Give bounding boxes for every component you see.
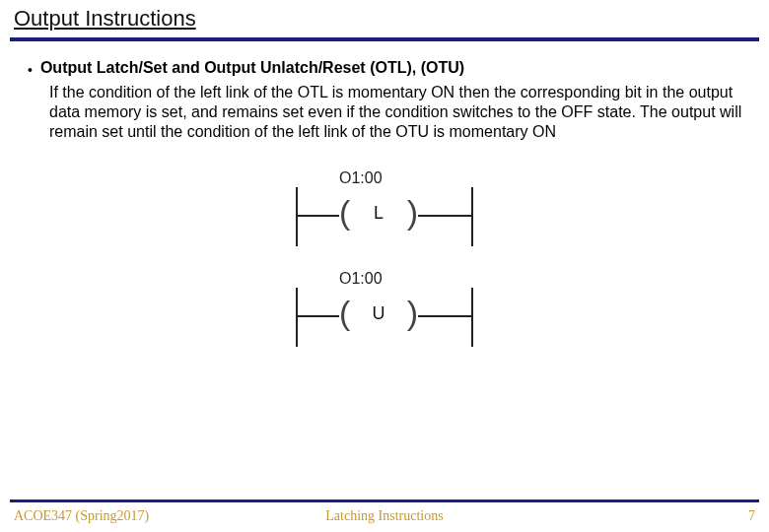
rung-wire-icon	[418, 315, 471, 317]
rail-right-icon	[471, 288, 473, 347]
ladder-diagram-otl: O1:00 ( ) L	[296, 169, 473, 246]
coil-letter: L	[339, 203, 418, 224]
ladder-diagram-otu: O1:00 ( ) U	[296, 270, 473, 347]
slide-body: • Output Latch/Set and Output Unlatch/Re…	[0, 41, 769, 347]
rail-left-icon	[296, 187, 298, 246]
footer-divider	[10, 499, 759, 502]
bullet-heading: Output Latch/Set and Output Unlatch/Rese…	[40, 59, 464, 77]
slide-title: Output Instructions	[14, 6, 755, 32]
footer-page-number: 7	[748, 508, 755, 524]
slide-root: Output Instructions • Output Latch/Set a…	[0, 0, 769, 532]
output-coil-icon: ( ) U	[339, 298, 418, 333]
rail-left-icon	[296, 288, 298, 347]
coil-address-label: O1:00	[339, 270, 383, 288]
rail-right-icon	[471, 187, 473, 246]
footer: ACOE347 (Spring2017) Latching Instructio…	[0, 506, 769, 526]
bullet-item: • Output Latch/Set and Output Unlatch/Re…	[28, 59, 749, 81]
output-coil-icon: ( ) L	[339, 197, 418, 233]
title-area: Output Instructions	[0, 0, 769, 35]
rung-wire-icon	[298, 215, 339, 217]
coil-address-label: O1:00	[339, 169, 383, 187]
diagram-container: O1:00 ( ) L O1:00 ( )	[20, 169, 749, 347]
rung-wire-icon	[298, 315, 339, 317]
footer-course-label: ACOE347 (Spring2017)	[14, 508, 149, 524]
coil-letter: U	[339, 303, 418, 324]
rung-wire-icon	[418, 215, 471, 217]
bullet-dot-icon: •	[28, 59, 33, 81]
bullet-body-text: If the condition of the left link of the…	[49, 83, 749, 142]
